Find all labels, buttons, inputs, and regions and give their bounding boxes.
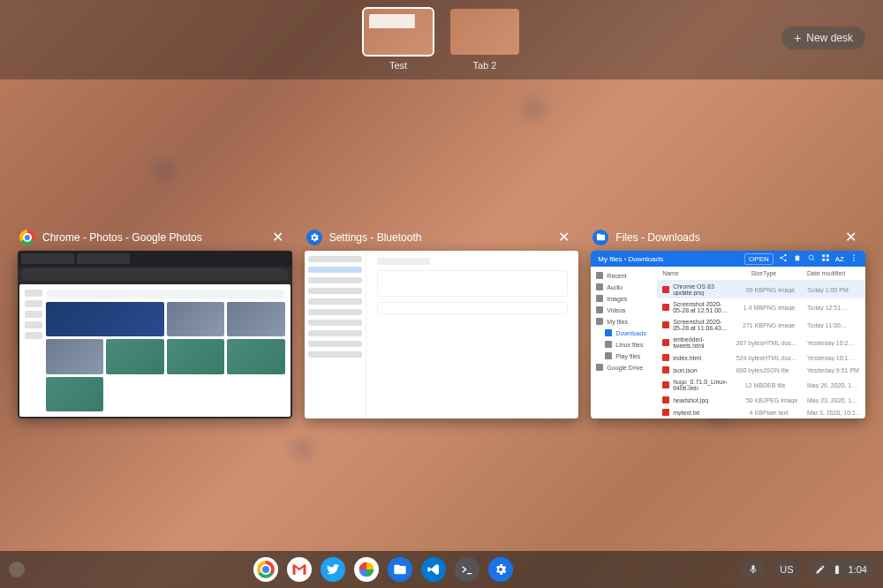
shelf-app-twitter[interactable]	[321, 557, 345, 582]
vscode-icon	[426, 562, 441, 577]
shelf-app-files[interactable]	[388, 557, 412, 582]
file-row[interactable]: mytext.txt4 KBPlain textMar 3, 2020, 10:…	[657, 406, 865, 418]
svg-point-0	[784, 254, 787, 257]
file-row[interactable]: index.html524 bytesHTML doc…Yesterday 10…	[657, 351, 865, 364]
close-icon[interactable]: ✕	[268, 229, 287, 245]
svg-rect-5	[826, 254, 829, 257]
files-list: Name Size Type Date modified Chrome OS 8…	[657, 267, 865, 418]
svg-rect-4	[822, 254, 825, 257]
files-breadcrumb[interactable]: My files › Downloads	[598, 255, 663, 263]
window-title: Files - Downloads	[615, 231, 834, 244]
mic-pill[interactable]	[741, 561, 766, 578]
desks-bar: Test Tab 2 + New desk	[0, 0, 883, 79]
svg-point-1	[780, 257, 782, 260]
file-row[interactable]: headshot.jpg50 KBJPEG imageMay 23, 2020,…	[657, 394, 865, 406]
gmail-icon	[291, 562, 307, 577]
desk-thumb-test[interactable]: Test	[364, 9, 433, 71]
sidebar-item-gdrive[interactable]: Google Drive	[596, 364, 652, 371]
close-icon[interactable]: ✕	[555, 229, 573, 245]
pen-icon	[815, 564, 826, 575]
overview-row: Chrome - Photos - Google Photos ✕	[18, 225, 865, 418]
file-row[interactable]: Screenshot 2020-05-28 at 11.06.43…271 KB…	[657, 316, 865, 334]
svg-point-10	[853, 260, 855, 261]
chrome-preview	[18, 251, 292, 418]
battery-icon	[831, 564, 843, 575]
chrome-icon	[257, 561, 275, 578]
file-row[interactable]: json.json600 bytesJSON fileYesterday 9:5…	[657, 364, 865, 376]
twitter-icon	[326, 562, 340, 577]
desk-label: Tab 2	[473, 60, 497, 71]
window-body[interactable]	[305, 251, 579, 418]
file-row[interactable]: embedded-tweets.html287 bytesHTML doc…Ye…	[657, 334, 865, 351]
sidebar-item-myfiles[interactable]: My files	[596, 318, 652, 325]
window-chrome[interactable]: Chrome - Photos - Google Photos ✕	[18, 225, 292, 418]
window-title: Settings - Bluetooth	[329, 231, 548, 244]
close-icon[interactable]: ✕	[841, 229, 860, 245]
files-preview: My files › Downloads OPEN A	[591, 251, 865, 418]
status-area[interactable]: US 1:04	[741, 561, 874, 578]
file-row[interactable]: Chrome OS 83 update.png69 KBPNG imageTod…	[657, 281, 865, 298]
window-files[interactable]: Files - Downloads ✕ My files › Downloads…	[591, 225, 865, 418]
new-desk-label: New desk	[806, 32, 853, 44]
clock: 1:04	[849, 564, 867, 575]
files-open-button[interactable]: OPEN	[744, 253, 774, 265]
delete-icon[interactable]	[793, 253, 802, 264]
svg-point-8	[853, 254, 855, 256]
window-title: Chrome - Photos - Google Photos	[42, 231, 261, 244]
desk-thumb-preview	[450, 9, 519, 55]
shelf-app-chrome[interactable]	[253, 557, 278, 582]
folder-icon	[393, 562, 407, 577]
sidebar-item-downloads[interactable]: Downloads	[605, 329, 652, 336]
folder-icon	[592, 230, 608, 245]
sidebar-item-linux[interactable]: Linux files	[605, 341, 652, 348]
window-header: Chrome - Photos - Google Photos ✕	[18, 225, 292, 251]
ime-label: US	[780, 564, 793, 575]
window-header: Settings - Bluetooth ✕	[305, 225, 579, 251]
settings-preview	[305, 251, 579, 418]
desk-thumb-preview	[364, 9, 433, 55]
shelf-app-vscode[interactable]	[421, 557, 446, 582]
sidebar-item-videos[interactable]: Videos	[596, 306, 652, 313]
desk-thumb-tab2[interactable]: Tab 2	[450, 9, 519, 71]
shelf-app-settings[interactable]	[488, 557, 513, 582]
sidebar-item-images[interactable]: Images	[596, 295, 652, 302]
share-icon[interactable]	[779, 253, 788, 264]
window-body[interactable]: My files › Downloads OPEN A	[591, 251, 865, 418]
window-settings[interactable]: Settings - Bluetooth ✕	[305, 225, 579, 418]
svg-rect-6	[822, 259, 825, 261]
more-icon[interactable]	[849, 253, 858, 264]
gear-icon	[306, 230, 322, 245]
svg-point-3	[809, 255, 813, 260]
shelf-app-photos[interactable]	[354, 557, 379, 582]
plus-icon: +	[794, 32, 801, 44]
window-header: Files - Downloads ✕	[591, 225, 865, 251]
terminal-icon	[460, 562, 474, 577]
mic-icon	[748, 564, 758, 575]
files-toolbar: My files › Downloads OPEN A	[591, 251, 865, 267]
sidebar-item-play[interactable]: Play files	[605, 352, 652, 359]
file-row[interactable]: Screenshot 2020-05-28 at 12.51.00…1.4 MB…	[657, 298, 865, 316]
file-row[interactable]: hugo_0.71.0_Linux-64bit.deb12 MBDEB file…	[657, 376, 865, 394]
shelf-app-gmail[interactable]	[287, 557, 312, 582]
svg-point-2	[784, 260, 787, 262]
window-body[interactable]	[18, 251, 292, 418]
ime-pill[interactable]: US	[773, 561, 800, 578]
search-icon[interactable]	[807, 253, 816, 264]
shelf-apps	[25, 557, 741, 582]
desk-label: Test	[389, 60, 407, 71]
files-sidebar: Recent Audio Images Videos My files Down…	[591, 267, 657, 418]
sidebar-item-audio[interactable]: Audio	[596, 283, 652, 290]
view-icon[interactable]	[821, 253, 830, 264]
system-tray[interactable]: 1:04	[808, 561, 874, 578]
svg-rect-7	[826, 259, 829, 261]
files-columns[interactable]: Name Size Type Date modified	[657, 267, 865, 281]
new-desk-button[interactable]: + New desk	[781, 26, 865, 49]
shelf: US 1:04	[0, 551, 883, 588]
sidebar-item-recent[interactable]: Recent	[596, 272, 652, 279]
gear-icon	[494, 562, 508, 577]
chrome-icon	[19, 230, 35, 245]
shelf-app-terminal[interactable]	[455, 557, 479, 582]
sort-icon[interactable]: AZ	[835, 255, 844, 263]
launcher-button[interactable]	[9, 562, 25, 577]
svg-point-9	[853, 257, 855, 259]
